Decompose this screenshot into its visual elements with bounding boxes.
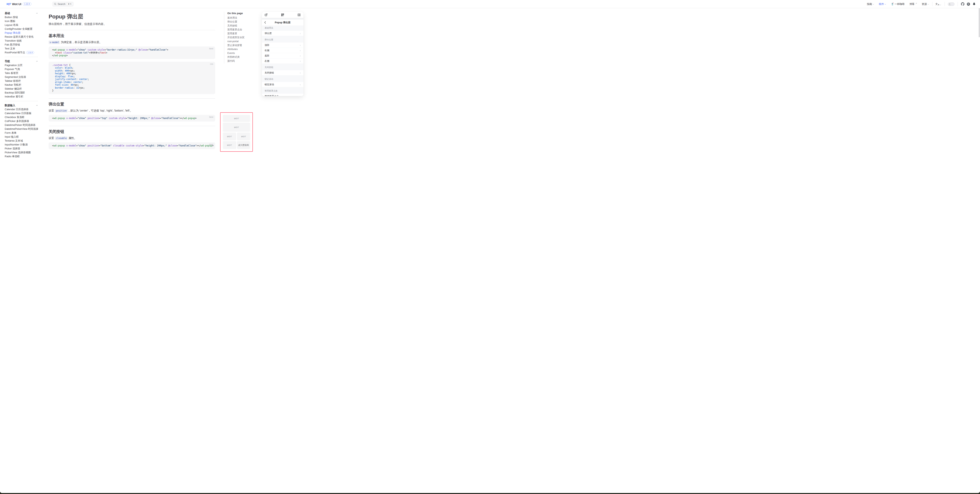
code-language-label: html bbox=[209, 48, 213, 50]
sidebar-item[interactable]: Segmented 分段器 bbox=[5, 75, 38, 79]
sidebar-item[interactable]: Resize 监听元素尺寸变化 bbox=[5, 35, 38, 39]
code-token: wd-popup bbox=[54, 48, 65, 51]
sidebar-item[interactable]: Transition 动画 bbox=[5, 39, 38, 43]
toc-item[interactable]: 开启底部安全区 bbox=[228, 36, 257, 38]
demo-cell[interactable]: 右侧› bbox=[262, 48, 304, 53]
sidebar-item[interactable]: DatetimePicker 时间选择器 bbox=[5, 123, 38, 127]
toc-item[interactable]: 关闭按钮 bbox=[228, 24, 257, 27]
code-line: color: black; bbox=[52, 67, 212, 69]
demo-cell[interactable]: 底部› bbox=[262, 53, 304, 58]
sidebar-item[interactable]: InputNumber 计数器 bbox=[5, 143, 38, 147]
toc-item[interactable]: 外部样式类 bbox=[228, 56, 257, 58]
sponsor-tile[interactable]: WOT bbox=[223, 132, 236, 140]
code-block-html[interactable]: html<wd-popup v-model="show" position="t… bbox=[49, 115, 215, 122]
sponsor-tile[interactable]: WOT bbox=[237, 132, 250, 140]
toc-item[interactable]: 禁用遮罩 bbox=[228, 32, 257, 35]
sidebar-item[interactable]: DatetimePickerView 时间选择器视图 bbox=[5, 127, 38, 131]
code-line: width: 400rpx; bbox=[52, 69, 212, 72]
sidebar-item[interactable]: ColPicker 多列选择器 bbox=[5, 119, 38, 123]
version-badge[interactable]: 1.12.4 bbox=[23, 2, 31, 6]
sidebar-item[interactable]: Calendar 日历选择器 bbox=[5, 107, 38, 112]
section-description: 设置 closable 属性。 bbox=[49, 136, 215, 140]
section-description: v-model 为绑定值，表示是否展示弹出层。 bbox=[49, 40, 215, 44]
simulator-demo-list: 基础用法弹出层›弹出位置顶部›右侧›底部›左侧›关闭按钮关闭按钮›锁定滚动锁定滚… bbox=[262, 25, 304, 96]
code-language-label: html bbox=[209, 116, 213, 118]
toc-item[interactable]: 弹出位置 bbox=[228, 21, 257, 23]
simulator-navbar: Popup 弹出层 bbox=[262, 20, 304, 25]
toc-item[interactable]: Events bbox=[228, 52, 257, 54]
sidebar-item[interactable]: Tabbar 标签栏 bbox=[5, 79, 38, 83]
toc-item[interactable]: 禁止滚动穿透 bbox=[228, 44, 257, 46]
search-input[interactable]: Search ⌘ K bbox=[52, 2, 74, 7]
sidebar-item[interactable]: Fab 悬浮按钮 bbox=[5, 43, 38, 47]
code-token: v-model bbox=[66, 117, 76, 120]
code-token: "border-radius:32rpx;" bbox=[106, 48, 137, 51]
sidebar-item[interactable]: Picker 选择器 bbox=[5, 147, 38, 151]
sidebar-item[interactable]: Form 表单 bbox=[5, 131, 38, 135]
code-token: @close bbox=[138, 48, 147, 51]
code-token: > bbox=[195, 117, 197, 120]
sidebar-item[interactable]: Button 按钮 bbox=[5, 15, 38, 19]
demo-cell-label: 关闭按钮 bbox=[265, 71, 274, 75]
sidebar-section-label: 导航 bbox=[5, 60, 10, 63]
sidebar-item-label: IndexBar 索引栏 bbox=[5, 95, 23, 98]
demo-cell-label: 底部 bbox=[265, 54, 269, 57]
sidebar-section-title[interactable]: 数据输入 bbox=[5, 104, 38, 107]
sidebar-item[interactable]: PickerView 选择器视图 bbox=[5, 151, 38, 154]
demo-cell[interactable]: 锁定滚动› bbox=[262, 82, 304, 87]
page-intro: 弹出层组件，用于展示弹窗、信息提示等内容。 bbox=[49, 22, 215, 25]
sidebar-item[interactable]: Layout 布局 bbox=[5, 23, 38, 27]
sidebar-section-title[interactable]: 基础 bbox=[5, 11, 38, 15]
page-title: Popup 弹出层 bbox=[49, 14, 215, 20]
sidebar-item[interactable]: Sidebar 侧边栏 bbox=[5, 87, 38, 91]
code-token: flex bbox=[68, 75, 73, 78]
sidebar-item[interactable]: Text 文本 bbox=[5, 47, 38, 51]
sidebar-section-title[interactable]: 导航 bbox=[5, 59, 38, 63]
sidebar-item[interactable]: RootPortal 根节点1.11.0 bbox=[5, 51, 38, 54]
sidebar-item[interactable]: Pagination 分页 bbox=[5, 63, 38, 67]
become-sponsor-button[interactable]: 成为赞助商 bbox=[237, 141, 250, 149]
collapse-menu-icon[interactable] bbox=[298, 14, 301, 16]
code-token: "height: 200px;" bbox=[144, 144, 167, 147]
external-link-icon[interactable] bbox=[265, 13, 267, 16]
sidebar-item[interactable]: ConfigProvider 全局配置 bbox=[5, 27, 38, 31]
sponsor-tile[interactable]: WOT bbox=[223, 141, 236, 149]
demo-cell[interactable]: 弹出层› bbox=[262, 31, 304, 36]
sidebar-item[interactable]: Popup 弹出层 bbox=[5, 31, 38, 35]
code-block-html[interactable]: html<wd-popup v-model="show" position="b… bbox=[49, 142, 215, 149]
sponsor-tile[interactable]: WOT bbox=[223, 115, 250, 122]
toc-item[interactable]: 源代码 bbox=[228, 60, 257, 62]
sidebar-item[interactable]: Textarea 文本域 bbox=[5, 139, 38, 143]
code-token: display bbox=[55, 75, 65, 78]
wot-logo-icon: W)T bbox=[6, 3, 11, 5]
demo-cell[interactable]: 顶部› bbox=[262, 43, 304, 48]
sidebar-item[interactable]: Input 输入框 bbox=[5, 135, 38, 139]
sidebar-item[interactable]: Popover 气泡 bbox=[5, 67, 38, 71]
demo-cell[interactable]: 关闭按钮› bbox=[262, 70, 304, 75]
sidebar-item-label: Segmented 分段器 bbox=[5, 75, 26, 78]
sidebar-item-label: PickerView 选择器视图 bbox=[5, 151, 31, 154]
sidebar-item[interactable]: Backtop 回到顶部 bbox=[5, 91, 38, 95]
sidebar-item-label: Popup 弹出层 bbox=[5, 31, 21, 34]
sponsor-tile[interactable]: WOT bbox=[223, 123, 250, 132]
sidebar-item[interactable]: Tabs 标签页 bbox=[5, 71, 38, 75]
sidebar-item[interactable]: CalendarView 日历面板 bbox=[5, 112, 38, 115]
sidebar-item[interactable]: Checkbox 复选框 bbox=[5, 115, 38, 119]
toc-item[interactable]: 禁用遮罩点击 bbox=[228, 29, 257, 31]
code-token: 400 bbox=[66, 72, 70, 75]
sidebar-item[interactable]: IndexBar 索引栏 bbox=[5, 95, 38, 99]
code-block-html[interactable]: html<wd-popup v-model="show" custom-styl… bbox=[49, 46, 215, 59]
toc-item[interactable]: 基本用法 bbox=[228, 17, 257, 19]
toc-item[interactable]: root-portal bbox=[228, 40, 257, 43]
sidebar-item-label: ConfigProvider 全局配置 bbox=[5, 27, 33, 30]
demo-cell[interactable]: 左侧› bbox=[262, 58, 304, 64]
demo-cell[interactable]: 禁用遮罩点击› bbox=[262, 94, 304, 96]
sidebar-item[interactable]: Navbar 导航栏 bbox=[5, 83, 38, 87]
qr-code-icon[interactable] bbox=[281, 13, 284, 16]
chevron-right-icon: › bbox=[300, 83, 301, 86]
sidebar-item[interactable]: Icon 图标 bbox=[5, 19, 38, 23]
back-chevron-icon[interactable] bbox=[264, 21, 266, 24]
code-block-css[interactable]: css.custom-txt { color: black; width: 40… bbox=[49, 62, 215, 94]
site-logo[interactable]: W)T Wot UI 1.12.4 bbox=[6, 2, 46, 6]
toc-item[interactable]: Attributes bbox=[228, 48, 257, 50]
